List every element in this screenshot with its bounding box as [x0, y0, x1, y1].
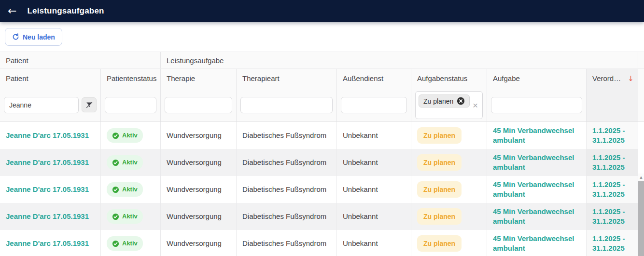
patient-status-label: Aktiv: [122, 239, 138, 248]
column-header-row: Patient Patientenstatus Therapie Therapi…: [0, 69, 644, 88]
vertical-scrollbar: ▲: [638, 174, 644, 256]
therapieart-cell: Diabetisches Fußsyndrom: [237, 203, 337, 230]
patient-status-badge: Aktiv: [107, 128, 143, 143]
scrollbar-thumb[interactable]: [638, 181, 644, 256]
aufgabenstatus-badge: Zu planen: [417, 208, 462, 225]
verordnung-link[interactable]: 1.1.2025 - 31.1.2025: [592, 180, 638, 199]
aufgabe-link[interactable]: 45 Min Verbandwechsel ambulant: [493, 153, 586, 172]
column-header-therapie[interactable]: Therapie: [161, 69, 237, 88]
column-header-patientenstatus[interactable]: Patientenstatus: [101, 69, 161, 88]
top-navbar: ← Leistungsaufgaben: [0, 0, 644, 22]
reload-button[interactable]: Neu laden: [5, 28, 62, 46]
column-header-therapieart[interactable]: Therapieart: [237, 69, 337, 88]
table-row: Jeanne D'arc 17.05.1931 Aktiv Wundversor…: [0, 149, 638, 176]
reload-button-label: Neu laden: [23, 33, 55, 41]
table-row: Jeanne D'arc 17.05.1931 Aktiv Wundversor…: [0, 230, 638, 256]
back-arrow-icon[interactable]: ←: [8, 6, 16, 16]
aufgabenstatus-badge: Zu planen: [417, 154, 462, 171]
column-header-verordnung[interactable]: Verord… ↓: [587, 69, 638, 88]
check-circle-icon: [112, 240, 119, 247]
therapie-cell: Wundversorgung: [161, 149, 237, 176]
patient-status-label: Aktiv: [122, 212, 138, 221]
aufgabenstatus-filter-chip: Zu planen: [419, 94, 470, 108]
patient-status-badge: Aktiv: [107, 182, 143, 197]
aufgabenstatus-filter-multiselect[interactable]: Zu planen ×: [415, 91, 483, 119]
therapie-cell: Wundversorgung: [161, 203, 237, 230]
table-row: Jeanne D'arc 17.05.1931 Aktiv Wundversor…: [0, 122, 638, 149]
aufgabe-link[interactable]: 45 Min Verbandwechsel ambulant: [493, 126, 586, 145]
patient-filter-input[interactable]: [4, 97, 79, 113]
table-row: Jeanne D'arc 17.05.1931 Aktiv Wundversor…: [0, 176, 638, 203]
leistungsaufgaben-table: Patient Leistungsaufgabe Patient Patient…: [0, 52, 644, 256]
check-circle-icon: [112, 186, 119, 193]
page-title: Leistungsaufgaben: [27, 6, 104, 16]
patient-status-badge: Aktiv: [107, 236, 143, 251]
therapieart-cell: Diabetisches Fußsyndrom: [237, 122, 337, 149]
verordnung-link[interactable]: 1.1.2025 - 31.1.2025: [592, 207, 638, 226]
column-header-verordnung-label: Verord…: [592, 74, 621, 82]
therapieart-cell: Diabetisches Fußsyndrom: [237, 176, 337, 203]
therapie-cell: Wundversorgung: [161, 230, 237, 256]
therapie-cell: Wundversorgung: [161, 122, 237, 149]
patient-status-badge: Aktiv: [107, 209, 143, 224]
clear-filter-button[interactable]: [82, 97, 97, 112]
aussendienst-cell: Unbekannt: [337, 122, 411, 149]
scrollbar-up-arrow-icon[interactable]: ▲: [638, 174, 644, 181]
patient-status-label: Aktiv: [122, 131, 138, 140]
verordnung-link[interactable]: 1.1.2025 - 31.1.2025: [592, 126, 638, 145]
patient-status-badge: Aktiv: [107, 155, 143, 170]
aussendienst-cell: Unbekannt: [337, 230, 411, 256]
aufgabenstatus-badge: Zu planen: [417, 181, 462, 198]
table-body: Jeanne D'arc 17.05.1931 Aktiv Wundversor…: [0, 122, 638, 256]
filter-slash-icon: [85, 101, 93, 109]
filter-row: Zu planen ×: [0, 88, 644, 122]
column-header-aussendienst[interactable]: Außendienst: [337, 69, 411, 88]
chip-label: Zu planen: [423, 97, 453, 105]
aussendienst-cell: Unbekannt: [337, 176, 411, 203]
aufgabenstatus-badge: Zu planen: [417, 127, 462, 144]
sort-descending-icon: ↓: [628, 74, 634, 83]
check-circle-icon: [112, 159, 119, 166]
chip-remove-icon[interactable]: [457, 97, 465, 105]
verordnung-link[interactable]: 1.1.2025 - 31.1.2025: [592, 153, 638, 172]
group-header-leistungsaufgabe: Leistungsaufgabe: [161, 52, 638, 68]
patient-link[interactable]: Jeanne D'arc 17.05.1931: [6, 158, 89, 167]
aussendienst-cell: Unbekannt: [337, 203, 411, 230]
verordnung-filter-cell: [587, 88, 638, 121]
aufgabe-filter-input[interactable]: [491, 97, 582, 113]
aufgabe-link[interactable]: 45 Min Verbandwechsel ambulant: [493, 234, 586, 253]
aussendienst-filter-input[interactable]: [341, 97, 407, 113]
table-row: Jeanne D'arc 17.05.1931 Aktiv Wundversor…: [0, 203, 638, 230]
check-circle-icon: [112, 213, 119, 220]
patient-link[interactable]: Jeanne D'arc 17.05.1931: [6, 239, 89, 248]
patient-status-label: Aktiv: [122, 185, 138, 194]
column-header-aufgabenstatus[interactable]: Aufgabenstatus: [411, 69, 487, 88]
refresh-icon: [12, 33, 19, 40]
patient-status-label: Aktiv: [122, 158, 138, 167]
toolbar: Neu laden: [0, 22, 644, 52]
patient-link[interactable]: Jeanne D'arc 17.05.1931: [6, 131, 89, 140]
aussendienst-cell: Unbekannt: [337, 149, 411, 176]
column-header-aufgabe[interactable]: Aufgabe: [487, 69, 587, 88]
group-header-row: Patient Leistungsaufgabe: [0, 52, 644, 69]
therapie-cell: Wundversorgung: [161, 176, 237, 203]
aufgabe-link[interactable]: 45 Min Verbandwechsel ambulant: [493, 180, 586, 199]
therapie-filter-input[interactable]: [165, 97, 232, 113]
patientenstatus-filter-input[interactable]: [105, 97, 156, 113]
multiselect-clear-icon[interactable]: ×: [473, 101, 478, 110]
therapieart-filter-input[interactable]: [240, 97, 333, 113]
patient-link[interactable]: Jeanne D'arc 17.05.1931: [6, 212, 89, 221]
patient-link[interactable]: Jeanne D'arc 17.05.1931: [6, 185, 89, 194]
therapieart-cell: Diabetisches Fußsyndrom: [237, 230, 337, 256]
column-header-patient[interactable]: Patient: [0, 69, 101, 88]
verordnung-link[interactable]: 1.1.2025 - 31.1.2025: [592, 234, 638, 253]
therapieart-cell: Diabetisches Fußsyndrom: [237, 149, 337, 176]
aufgabe-link[interactable]: 45 Min Verbandwechsel ambulant: [493, 207, 586, 226]
group-header-patient: Patient: [0, 52, 161, 68]
aufgabenstatus-badge: Zu planen: [417, 235, 462, 252]
check-circle-icon: [112, 132, 119, 139]
